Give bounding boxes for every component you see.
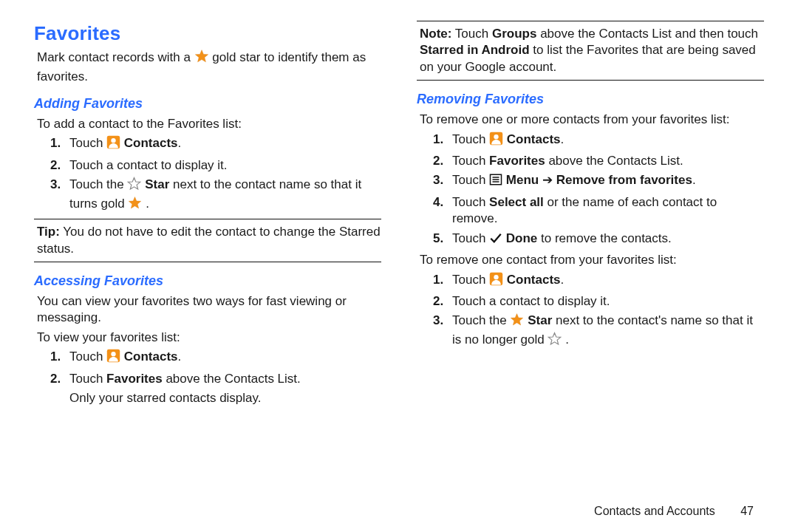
divider — [34, 262, 381, 262]
menu-icon — [489, 173, 502, 191]
accessing-step-2: 2. Touch Favorites above the Contacts Li… — [50, 371, 381, 407]
adding-step-3: 3. Touch the Star next to the contact na… — [50, 177, 381, 214]
heading-accessing-favorites: Accessing Favorites — [34, 273, 381, 290]
adding-step-2: 2. Touch a contact to display it. — [50, 157, 381, 174]
heading-favorites: Favorites — [34, 21, 381, 46]
intro-a: Mark contact records with a — [37, 50, 194, 64]
heading-adding-favorites: Adding Favorites — [34, 95, 381, 113]
intro-text: Mark contact records with a gold star to… — [37, 49, 381, 85]
footer-section: Contacts and Accounts — [594, 505, 715, 517]
contact-icon — [106, 349, 120, 367]
remove-one-step-1: 1. Touch Contacts. — [433, 272, 764, 290]
removing-step-5: 5. Touch Done to remove the contacts. — [433, 231, 764, 249]
star-hollow-icon — [127, 177, 141, 195]
accessing-lead: You can view your favorites two ways for… — [37, 293, 381, 327]
removing-step-2: 2. Touch Favorites above the Contacts Li… — [433, 153, 764, 169]
removing-lead: To remove one or more contacts from your… — [420, 112, 764, 128]
divider — [417, 80, 764, 81]
accessing-step-1: 1. Touch Contacts. — [50, 349, 381, 367]
footer-page-number: 47 — [740, 505, 754, 517]
gold-star-icon — [194, 49, 209, 68]
removing-step-4: 4. Touch Select all or the name of each … — [433, 194, 764, 228]
star-hollow-icon — [548, 332, 562, 350]
contact-icon — [489, 272, 503, 290]
remove-one-step-2: 2. Touch a contact to display it. — [433, 293, 764, 310]
contact-icon — [106, 135, 120, 154]
check-icon — [489, 231, 502, 249]
remove-one-step-3: 3. Touch the Star next to the contact's … — [433, 313, 764, 350]
accessing-lead2: To view your favorites list: — [37, 330, 381, 346]
tip-text: Tip: You do not have to edit the contact… — [37, 224, 381, 257]
divider — [417, 21, 764, 21]
removing-step-1: 1. Touch Contacts. — [433, 132, 764, 150]
page-footer: Contacts and Accounts 47 — [594, 503, 754, 519]
removing-lead2: To remove one contact from your favorite… — [420, 252, 764, 268]
contact-icon — [489, 132, 503, 150]
note-text: Note: Touch Groups above the Contacts Li… — [417, 26, 764, 75]
divider — [34, 219, 381, 219]
heading-removing-favorites: Removing Favorites — [417, 91, 764, 109]
gold-star-icon — [510, 313, 524, 331]
removing-step-3: 3. Touch Menu ➔ Remove from favorites. — [433, 172, 764, 191]
gold-star-icon — [128, 196, 142, 214]
adding-step-1: 1. Touch Contacts. — [50, 135, 381, 154]
adding-lead: To add a contact to the Favorites list: — [37, 116, 381, 132]
